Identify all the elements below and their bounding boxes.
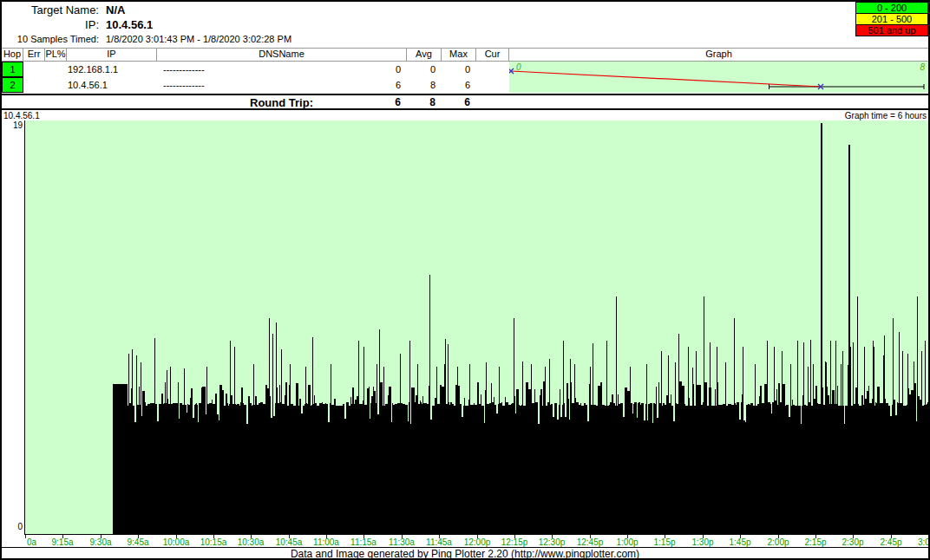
row-avg: 6	[364, 80, 401, 90]
ip-value: 10.4.56.1	[106, 18, 153, 31]
target-name-label: Target Name:	[0, 3, 99, 16]
pingplotter-window: Target Name: N/A IP: 10.4.56.1 10 Sample…	[0, 0, 930, 560]
col-header-dnsname[interactable]: DNSName	[157, 49, 406, 59]
y-axis-min-label: 0	[0, 522, 23, 531]
time-tick-label: 9:30a	[89, 537, 111, 547]
col-header-hop[interactable]: Hop	[2, 49, 23, 59]
round-trip-avg: 6	[364, 96, 401, 108]
col-header-err[interactable]: Err	[23, 49, 44, 59]
footer-credit: Data and Image generated by Ping Plotter…	[0, 547, 930, 560]
latency-plot-area[interactable]	[25, 120, 928, 535]
time-tick-label: 0a	[27, 537, 36, 547]
legend-high: 501 and up	[855, 24, 928, 36]
samples-timed-value: 1/8/2020 3:01:43 PM - 1/8/2020 3:02:28 P…	[106, 34, 291, 44]
col-header-ip[interactable]: IP	[67, 49, 156, 59]
minigraph-svg: 08	[509, 62, 928, 93]
time-tick-label: 2:15p	[804, 537, 826, 547]
time-tick-label: 11:00a	[313, 537, 339, 547]
round-trip-cur: 6	[434, 96, 470, 108]
legend-medium: 201 - 500	[855, 13, 928, 25]
time-tick-label: 10:30a	[238, 537, 265, 547]
hop-number-cell: 2	[2, 77, 23, 93]
time-tick-label: 11:30a	[389, 537, 415, 547]
graph-target-label: 10.4.56.1	[3, 111, 40, 120]
latency-bars-canvas[interactable]	[25, 120, 928, 534]
time-tick-label: 11:45a	[426, 537, 452, 547]
row-ip: 10.4.56.1	[68, 80, 108, 90]
svg-text:8: 8	[920, 62, 925, 72]
time-tick-label: 1:30p	[691, 537, 713, 547]
col-header-avg[interactable]: Avg	[407, 49, 441, 59]
time-tick-label: 2:45p	[880, 537, 901, 547]
row-max: 0	[399, 64, 436, 75]
row-dns: -------------	[163, 80, 205, 90]
time-tick-label: 12:45p	[577, 537, 604, 547]
time-tick-label: 1:15p	[653, 537, 675, 547]
row-ip: 192.168.1.1	[68, 64, 118, 75]
graph-time-note: Graph time = 6 hours	[845, 111, 927, 120]
row-cur: 6	[434, 80, 470, 90]
time-tick	[25, 535, 26, 538]
time-tick-label: 10:45a	[276, 537, 303, 547]
samples-timed-label: 10 Samples Timed:	[0, 34, 99, 44]
row-max: 8	[399, 80, 436, 90]
target-name-value: N/A	[106, 3, 125, 16]
time-tick-label: 2:30p	[842, 537, 863, 547]
time-tick-label: 1:00p	[616, 537, 638, 547]
legend-low: 0 - 200	[855, 2, 928, 14]
row-cur: 0	[434, 64, 470, 75]
hop-number-cell: 1	[2, 62, 23, 77]
time-tick-label: 10:15a	[200, 537, 227, 547]
time-tick-label: 12:30p	[539, 537, 566, 547]
time-tick-label: 3:00	[918, 537, 930, 547]
ip-label: IP:	[0, 18, 99, 31]
round-trip-max: 8	[399, 96, 436, 108]
y-axis-max-label: 19	[0, 120, 23, 130]
time-tick-label: 12:15p	[501, 537, 528, 547]
time-tick-label: 12:00p	[464, 537, 491, 547]
row-dns: -------------	[163, 64, 205, 75]
time-tick-label: 2:00p	[767, 537, 789, 547]
svg-text:0: 0	[516, 62, 521, 72]
col-header-pl[interactable]: PL%	[45, 49, 66, 59]
row-avg: 0	[364, 64, 401, 75]
hop-minigraph[interactable]: 08	[509, 62, 928, 93]
col-header-graph[interactable]: Graph	[509, 49, 928, 59]
time-tick-label: 10:00a	[163, 537, 190, 547]
time-tick-label: 9:45a	[127, 537, 148, 547]
latency-legend: 0 - 200 201 - 500 501 and up	[855, 2, 928, 36]
time-tick-label: 9:15a	[51, 537, 73, 547]
col-header-max[interactable]: Max	[442, 49, 475, 59]
col-header-cur[interactable]: Cur	[476, 49, 508, 59]
round-trip-row: Round Trip: 6 8 6	[0, 94, 930, 110]
time-tick-label: 1:45p	[729, 537, 750, 547]
time-tick-label: 11:15a	[350, 537, 377, 547]
